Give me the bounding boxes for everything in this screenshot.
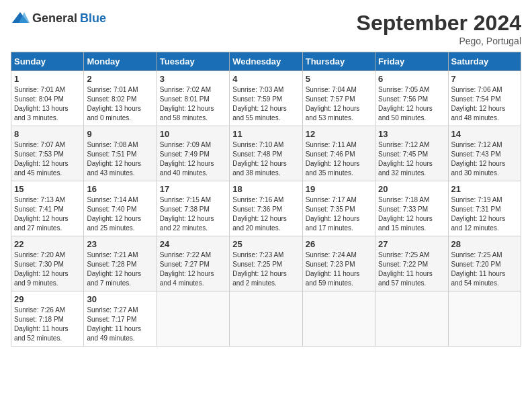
- calendar-cell: [375, 291, 448, 347]
- day-info: Sunrise: 7:16 AMSunset: 7:36 PMDaylight:…: [232, 195, 299, 233]
- day-info: Sunrise: 7:10 AMSunset: 7:48 PMDaylight:…: [232, 140, 299, 178]
- day-info: Sunrise: 7:11 AMSunset: 7:46 PMDaylight:…: [306, 140, 372, 178]
- calendar-cell: 3Sunrise: 7:02 AMSunset: 8:01 PMDaylight…: [157, 71, 229, 126]
- day-info: Sunrise: 7:04 AMSunset: 7:57 PMDaylight:…: [306, 85, 372, 123]
- day-info: Sunrise: 7:12 AMSunset: 7:45 PMDaylight:…: [378, 140, 445, 178]
- calendar-cell: [302, 291, 375, 347]
- day-number: 1: [14, 74, 81, 84]
- calendar-cell: 9Sunrise: 7:08 AMSunset: 7:51 PMDaylight…: [84, 126, 157, 181]
- day-number: 15: [14, 184, 81, 194]
- calendar-cell: 30Sunrise: 7:27 AMSunset: 7:17 PMDayligh…: [84, 291, 157, 347]
- calendar-table: SundayMondayTuesdayWednesdayThursdayFrid…: [11, 52, 521, 347]
- day-number: 12: [306, 129, 372, 139]
- day-info: Sunrise: 7:23 AMSunset: 7:25 PMDaylight:…: [232, 250, 299, 288]
- day-info: Sunrise: 7:22 AMSunset: 7:27 PMDaylight:…: [160, 250, 226, 288]
- calendar-cell: 23Sunrise: 7:21 AMSunset: 7:28 PMDayligh…: [84, 236, 157, 291]
- calendar-cell: 25Sunrise: 7:23 AMSunset: 7:25 PMDayligh…: [230, 236, 302, 291]
- day-number: 8: [14, 129, 81, 139]
- calendar-cell: 15Sunrise: 7:13 AMSunset: 7:41 PMDayligh…: [11, 181, 84, 236]
- day-number: 28: [451, 239, 518, 249]
- header-day-friday: Friday: [375, 52, 448, 71]
- title-area: September 2024 Pego, Portugal: [357, 11, 521, 46]
- location: Pego, Portugal: [357, 36, 521, 46]
- day-number: 17: [160, 184, 226, 194]
- calendar-cell: 18Sunrise: 7:16 AMSunset: 7:36 PMDayligh…: [230, 181, 302, 236]
- day-info: Sunrise: 7:17 AMSunset: 7:35 PMDaylight:…: [306, 195, 372, 233]
- day-info: Sunrise: 7:09 AMSunset: 7:49 PMDaylight:…: [160, 140, 226, 178]
- calendar-cell: [448, 291, 521, 347]
- day-info: Sunrise: 7:21 AMSunset: 7:28 PMDaylight:…: [87, 250, 153, 288]
- page-header: GeneralBlue September 2024 Pego, Portuga…: [11, 11, 521, 46]
- calendar-cell: 1Sunrise: 7:01 AMSunset: 8:04 PMDaylight…: [11, 71, 84, 126]
- day-info: Sunrise: 7:26 AMSunset: 7:18 PMDaylight:…: [14, 306, 81, 343]
- day-number: 6: [378, 74, 445, 84]
- day-info: Sunrise: 7:01 AMSunset: 8:02 PMDaylight:…: [87, 85, 153, 123]
- calendar-cell: 14Sunrise: 7:12 AMSunset: 7:43 PMDayligh…: [448, 126, 521, 181]
- calendar-cell: 22Sunrise: 7:20 AMSunset: 7:30 PMDayligh…: [11, 236, 84, 291]
- calendar-cell: 12Sunrise: 7:11 AMSunset: 7:46 PMDayligh…: [302, 126, 375, 181]
- day-info: Sunrise: 7:02 AMSunset: 8:01 PMDaylight:…: [160, 85, 226, 123]
- day-info: Sunrise: 7:18 AMSunset: 7:33 PMDaylight:…: [378, 195, 445, 233]
- calendar-cell: 10Sunrise: 7:09 AMSunset: 7:49 PMDayligh…: [157, 126, 229, 181]
- month-title: September 2024: [357, 11, 521, 36]
- header-day-thursday: Thursday: [302, 52, 375, 71]
- calendar-cell: 6Sunrise: 7:05 AMSunset: 7:56 PMDaylight…: [375, 71, 448, 126]
- day-info: Sunrise: 7:25 AMSunset: 7:22 PMDaylight:…: [378, 250, 445, 288]
- calendar-cell: 7Sunrise: 7:06 AMSunset: 7:54 PMDaylight…: [448, 71, 521, 126]
- day-number: 9: [87, 129, 153, 139]
- day-number: 18: [232, 184, 299, 194]
- day-number: 11: [232, 129, 299, 139]
- calendar-cell: 20Sunrise: 7:18 AMSunset: 7:33 PMDayligh…: [375, 181, 448, 236]
- day-number: 14: [451, 129, 518, 139]
- header-day-sunday: Sunday: [11, 52, 84, 71]
- day-info: Sunrise: 7:01 AMSunset: 8:04 PMDaylight:…: [14, 85, 81, 123]
- day-number: 24: [160, 239, 226, 249]
- day-number: 21: [451, 184, 518, 194]
- day-number: 10: [160, 129, 226, 139]
- day-number: 26: [306, 239, 372, 249]
- header-day-saturday: Saturday: [448, 52, 521, 71]
- day-number: 30: [87, 294, 153, 304]
- day-number: 4: [232, 74, 299, 84]
- day-info: Sunrise: 7:05 AMSunset: 7:56 PMDaylight:…: [378, 85, 445, 123]
- day-info: Sunrise: 7:08 AMSunset: 7:51 PMDaylight:…: [87, 140, 153, 178]
- calendar-week-row: 8Sunrise: 7:07 AMSunset: 7:53 PMDaylight…: [11, 126, 521, 181]
- day-info: Sunrise: 7:14 AMSunset: 7:40 PMDaylight:…: [87, 195, 153, 233]
- day-number: 7: [451, 74, 518, 84]
- calendar-cell: 8Sunrise: 7:07 AMSunset: 7:53 PMDaylight…: [11, 126, 84, 181]
- day-info: Sunrise: 7:07 AMSunset: 7:53 PMDaylight:…: [14, 140, 81, 178]
- calendar-week-row: 1Sunrise: 7:01 AMSunset: 8:04 PMDaylight…: [11, 71, 521, 126]
- header-day-monday: Monday: [84, 52, 157, 71]
- calendar-cell: [230, 291, 302, 347]
- day-info: Sunrise: 7:06 AMSunset: 7:54 PMDaylight:…: [451, 85, 518, 123]
- calendar-cell: 24Sunrise: 7:22 AMSunset: 7:27 PMDayligh…: [157, 236, 229, 291]
- day-number: 16: [87, 184, 153, 194]
- calendar-cell: 4Sunrise: 7:03 AMSunset: 7:59 PMDaylight…: [230, 71, 302, 126]
- day-number: 22: [14, 239, 81, 249]
- day-number: 13: [378, 129, 445, 139]
- day-number: 20: [378, 184, 445, 194]
- day-info: Sunrise: 7:12 AMSunset: 7:43 PMDaylight:…: [451, 140, 518, 178]
- calendar-cell: 16Sunrise: 7:14 AMSunset: 7:40 PMDayligh…: [84, 181, 157, 236]
- header-day-wednesday: Wednesday: [230, 52, 302, 71]
- day-number: 25: [232, 239, 299, 249]
- day-info: Sunrise: 7:15 AMSunset: 7:38 PMDaylight:…: [160, 195, 226, 233]
- day-number: 23: [87, 239, 153, 249]
- calendar-cell: 13Sunrise: 7:12 AMSunset: 7:45 PMDayligh…: [375, 126, 448, 181]
- calendar-week-row: 15Sunrise: 7:13 AMSunset: 7:41 PMDayligh…: [11, 181, 521, 236]
- day-info: Sunrise: 7:20 AMSunset: 7:30 PMDaylight:…: [14, 250, 81, 288]
- calendar-cell: [157, 291, 229, 347]
- day-number: 27: [378, 239, 445, 249]
- day-number: 3: [160, 74, 226, 84]
- day-info: Sunrise: 7:25 AMSunset: 7:20 PMDaylight:…: [451, 250, 518, 288]
- day-info: Sunrise: 7:27 AMSunset: 7:17 PMDaylight:…: [87, 306, 153, 343]
- calendar-cell: 17Sunrise: 7:15 AMSunset: 7:38 PMDayligh…: [157, 181, 229, 236]
- calendar-week-row: 29Sunrise: 7:26 AMSunset: 7:18 PMDayligh…: [11, 291, 521, 347]
- calendar-cell: 28Sunrise: 7:25 AMSunset: 7:20 PMDayligh…: [448, 236, 521, 291]
- day-info: Sunrise: 7:19 AMSunset: 7:31 PMDaylight:…: [451, 195, 518, 233]
- day-info: Sunrise: 7:03 AMSunset: 7:59 PMDaylight:…: [232, 85, 299, 123]
- day-number: 19: [306, 184, 372, 194]
- calendar-week-row: 22Sunrise: 7:20 AMSunset: 7:30 PMDayligh…: [11, 236, 521, 291]
- calendar-cell: 27Sunrise: 7:25 AMSunset: 7:22 PMDayligh…: [375, 236, 448, 291]
- calendar-cell: 11Sunrise: 7:10 AMSunset: 7:48 PMDayligh…: [230, 126, 302, 181]
